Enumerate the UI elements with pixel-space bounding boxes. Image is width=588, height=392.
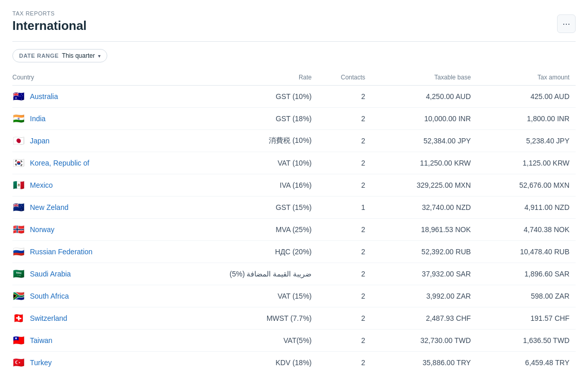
- country-name[interactable]: South Africa: [30, 292, 69, 300]
- country-flag: 🇦🇺: [12, 92, 25, 101]
- country-cell: 🇯🇵Japan: [12, 130, 164, 152]
- taxable-base-cell: 37,932.00 SAR: [371, 263, 477, 285]
- country-name[interactable]: Korea, Republic of: [30, 159, 89, 167]
- country-cell: 🇹🇼Taiwan: [12, 330, 164, 352]
- country-cell: 🇷🇺Russian Federation: [12, 241, 164, 263]
- country-name[interactable]: Taiwan: [30, 336, 53, 345]
- col-tax-amount: Tax amount: [477, 70, 576, 86]
- more-options-button[interactable]: ···: [557, 14, 576, 33]
- col-rate: Rate: [164, 70, 318, 86]
- contacts-cell: 2: [318, 174, 371, 197]
- country-name[interactable]: Japan: [30, 137, 50, 145]
- tax-amount-cell: 191.57 CHF: [477, 307, 576, 330]
- rate-cell: KDV (18%): [164, 352, 318, 374]
- contacts-cell: 2: [318, 330, 371, 352]
- country-cell: 🇰🇷Korea, Republic of: [12, 152, 164, 174]
- tax-amount-cell: 1,896.60 SAR: [477, 263, 576, 285]
- contacts-cell: 2: [318, 108, 371, 130]
- filters-bar: DATE RANGE This quarter ▾: [0, 42, 588, 70]
- contacts-cell: 2: [318, 152, 371, 174]
- country-cell: 🇳🇿New Zeland: [12, 197, 164, 219]
- country-flag: 🇳🇿: [12, 203, 25, 212]
- table-row: 🇳🇿New ZelandGST (15%)132,740.00 NZD4,911…: [12, 197, 576, 219]
- rate-cell: ضريبة القيمة المضافة (%5): [164, 263, 318, 285]
- contacts-cell: 2: [318, 241, 371, 263]
- country-flag: 🇷🇺: [12, 247, 25, 256]
- contacts-cell: 2: [318, 307, 371, 330]
- tax-amount-cell: 1,800.00 INR: [477, 108, 576, 130]
- tax-table: Country Rate Contacts Taxable base Tax a…: [12, 70, 576, 373]
- country-flag: 🇸🇦: [12, 269, 25, 279]
- rate-cell: GST (18%): [164, 108, 318, 130]
- table-row: 🇦🇺AustraliaGST (10%)24,250.00 AUD425.00 …: [12, 86, 576, 108]
- chevron-down-icon: ▾: [98, 53, 101, 59]
- rate-cell: MWST (7.7%): [164, 307, 318, 330]
- country-flag: 🇹🇷: [12, 358, 25, 367]
- tax-amount-cell: 6,459.48 TRY: [477, 352, 576, 374]
- col-country: Country: [12, 70, 164, 86]
- tax-amount-cell: 1,636.50 TWD: [477, 330, 576, 352]
- rate-cell: VAT (10%): [164, 152, 318, 174]
- country-cell: 🇦🇺Australia: [12, 86, 164, 108]
- rate-cell: VAT(5%): [164, 330, 318, 352]
- country-flag: 🇲🇽: [12, 181, 25, 190]
- table-row: 🇯🇵Japan消費税 (10%)252,384.00 JPY5,238.40 J…: [12, 130, 576, 152]
- table-row: 🇸🇦Saudi Arabiaضريبة القيمة المضافة (%5)2…: [12, 263, 576, 285]
- table-row: 🇷🇺Russian FederationНДС (20%)252,392.00 …: [12, 241, 576, 263]
- contacts-cell: 2: [318, 352, 371, 374]
- rate-cell: VAT (15%): [164, 285, 318, 307]
- table-row: 🇮🇳IndiaGST (18%)210,000.00 INR1,800.00 I…: [12, 108, 576, 130]
- rate-cell: MVA (25%): [164, 219, 318, 241]
- country-name[interactable]: Norway: [30, 225, 54, 234]
- taxable-base-cell: 4,250.00 AUD: [371, 86, 477, 108]
- country-name[interactable]: Saudi Arabia: [30, 270, 71, 278]
- country-flag: 🇳🇴: [12, 225, 25, 234]
- contacts-cell: 2: [318, 130, 371, 152]
- country-flag: 🇯🇵: [12, 136, 25, 145]
- col-taxable-base: Taxable base: [371, 70, 477, 86]
- contacts-cell: 2: [318, 263, 371, 285]
- table-row: 🇳🇴NorwayMVA (25%)218,961.53 NOK4,740.38 …: [12, 219, 576, 241]
- country-name[interactable]: New Zeland: [30, 203, 69, 211]
- tax-amount-cell: 1,125.00 KRW: [477, 152, 576, 174]
- tax-amount-cell: 4,740.38 NOK: [477, 219, 576, 241]
- tax-amount-cell: 10,478.40 RUB: [477, 241, 576, 263]
- date-range-value: This quarter: [62, 52, 95, 59]
- rate-cell: 消費税 (10%): [164, 130, 318, 152]
- tax-amount-cell: 4,911.00 NZD: [477, 197, 576, 219]
- taxable-base-cell: 32,730.00 TWD: [371, 330, 477, 352]
- taxable-base-cell: 11,250.00 KRW: [371, 152, 477, 174]
- tax-amount-cell: 52,676.00 MXN: [477, 174, 576, 197]
- country-name[interactable]: Switzerland: [30, 314, 67, 322]
- country-name[interactable]: Mexico: [30, 181, 53, 189]
- header: TAX REPORTS International ···: [0, 0, 588, 33]
- country-name[interactable]: Turkey: [30, 358, 52, 367]
- taxable-base-cell: 3,992.00 ZAR: [371, 285, 477, 307]
- country-name[interactable]: Russian Federation: [30, 248, 92, 256]
- contacts-cell: 2: [318, 86, 371, 108]
- table-header-row: Country Rate Contacts Taxable base Tax a…: [12, 70, 576, 86]
- date-range-button[interactable]: DATE RANGE This quarter ▾: [12, 49, 107, 62]
- country-cell: 🇮🇳India: [12, 108, 164, 130]
- contacts-cell: 1: [318, 197, 371, 219]
- country-cell: 🇳🇴Norway: [12, 219, 164, 241]
- rate-cell: GST (10%): [164, 86, 318, 108]
- country-cell: 🇲🇽Mexico: [12, 174, 164, 197]
- taxable-base-cell: 10,000.00 INR: [371, 108, 477, 130]
- breadcrumb: TAX REPORTS: [12, 10, 87, 17]
- taxable-base-cell: 52,392.00 RUB: [371, 241, 477, 263]
- country-name[interactable]: India: [30, 115, 45, 123]
- table-row: 🇲🇽MexicoIVA (16%)2329,225.00 MXN52,676.0…: [12, 174, 576, 197]
- country-name[interactable]: Australia: [30, 92, 58, 101]
- table-row: 🇰🇷Korea, Republic ofVAT (10%)211,250.00 …: [12, 152, 576, 174]
- rate-cell: НДС (20%): [164, 241, 318, 263]
- col-contacts: Contacts: [318, 70, 371, 86]
- tax-amount-cell: 598.00 ZAR: [477, 285, 576, 307]
- country-cell: 🇿🇦South Africa: [12, 285, 164, 307]
- taxable-base-cell: 2,487.93 CHF: [371, 307, 477, 330]
- taxable-base-cell: 32,740.00 NZD: [371, 197, 477, 219]
- country-cell: 🇹🇷Turkey: [12, 352, 164, 374]
- taxable-base-cell: 18,961.53 NOK: [371, 219, 477, 241]
- country-flag: 🇰🇷: [12, 158, 25, 168]
- country-flag: 🇨🇭: [12, 314, 25, 323]
